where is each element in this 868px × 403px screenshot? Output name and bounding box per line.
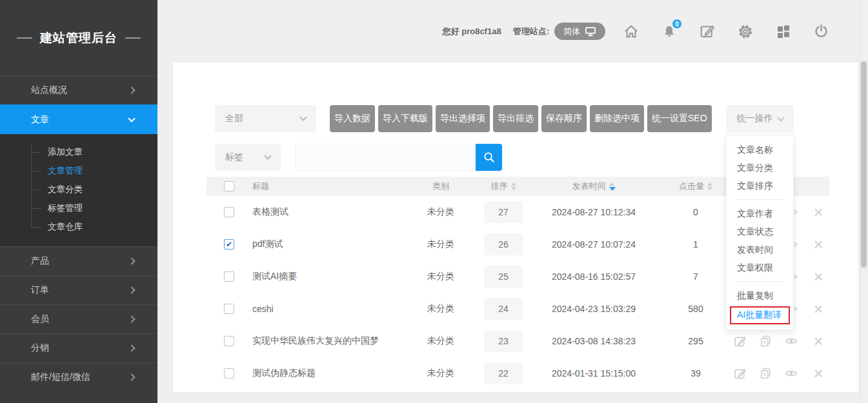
chevron-right-icon: [128, 86, 135, 93]
delete-icon[interactable]: ×: [809, 228, 827, 260]
sort-carets-icon: [707, 182, 712, 190]
view-icon[interactable]: [782, 357, 800, 389]
import-data-button[interactable]: 导入数据: [330, 105, 375, 132]
app-title-text: 建站管理后台: [40, 30, 117, 46]
submenu-item-article-warehouse[interactable]: 文章仓库: [0, 217, 157, 236]
row-publish-time: 2024-01-31 15:15:00: [542, 357, 645, 389]
search-button[interactable]: [476, 144, 502, 171]
menu-item-article-status[interactable]: 文章状态: [727, 222, 793, 241]
menu-item-publish-time[interactable]: 发表时间: [727, 241, 793, 259]
row-title: 表格测试: [252, 196, 414, 228]
export-filtered-button[interactable]: 导出筛选: [493, 105, 538, 132]
row-publish-time: 2024-08-27 10:07:24: [542, 228, 645, 260]
sidebar-item-label: 邮件/短信/微信: [31, 371, 90, 383]
apps-grid-icon[interactable]: [774, 23, 792, 40]
home-icon[interactable]: [622, 23, 640, 40]
row-checkbox[interactable]: [224, 207, 234, 217]
row-sort-value[interactable]: 25: [484, 266, 523, 288]
row-category: 未分类: [419, 196, 462, 228]
submenu-item-add-article[interactable]: 添加文章: [0, 143, 157, 161]
row-sort-value[interactable]: 27: [484, 201, 523, 223]
row-title: 测试AI摘要: [252, 260, 414, 293]
row-sort-value[interactable]: 26: [484, 233, 523, 255]
sidebar-item-mail-sms-wechat[interactable]: 邮件/短信/微信: [0, 362, 157, 391]
app-title: 建站管理后台: [0, 0, 157, 75]
header-publish-time[interactable]: 发表时间: [542, 177, 645, 196]
menu-item-ai-batch-translate[interactable]: AI批量翻译: [730, 306, 790, 324]
gear-icon[interactable]: [736, 23, 754, 40]
sidebar-item-orders[interactable]: 订单: [0, 275, 157, 304]
row-clicks: 7: [668, 260, 723, 293]
bell-icon[interactable]: 0: [660, 23, 678, 40]
menu-item-batch-copy[interactable]: 批量复制: [727, 286, 793, 304]
export-selected-button[interactable]: 导出选择项: [436, 105, 490, 132]
sidebar-item-products[interactable]: 产品: [0, 246, 157, 275]
scrollbar-track[interactable]: [860, 0, 868, 403]
language-switch[interactable]: 简体: [554, 23, 605, 40]
menu-item-article-sort[interactable]: 文章排序: [727, 177, 793, 195]
row-checkbox[interactable]: [224, 304, 234, 314]
sidebar-item-members[interactable]: 会员: [0, 304, 157, 333]
row-sort-value[interactable]: 24: [484, 298, 523, 320]
title-dash-left: [17, 37, 32, 39]
row-category: 未分类: [419, 357, 462, 389]
row-clicks: 1: [668, 228, 723, 260]
category-filter-select[interactable]: 全部: [215, 105, 316, 132]
menu-item-article-name[interactable]: 文章名称: [727, 141, 793, 159]
delete-icon[interactable]: ×: [809, 293, 827, 325]
header-sort-label: 排序: [491, 181, 508, 192]
row-category: 未分类: [419, 293, 462, 325]
submenu-item-article-manage[interactable]: 文章管理: [0, 161, 157, 180]
submenu-item-tag-manage[interactable]: 标签管理: [0, 199, 157, 217]
sidebar-item-distribution[interactable]: 分销: [0, 333, 157, 362]
header-clicks[interactable]: 点击量: [668, 177, 723, 196]
row-checkbox[interactable]: [224, 368, 234, 378]
search-input[interactable]: [295, 144, 476, 171]
delete-icon[interactable]: ×: [809, 260, 827, 293]
manage-site-label: 管理站点:: [513, 26, 549, 37]
scrollbar-thumb[interactable]: [861, 61, 867, 268]
row-checkbox[interactable]: [224, 239, 234, 250]
unified-action-dropdown-button[interactable]: 统一操作: [726, 105, 794, 132]
menu-item-article-author[interactable]: 文章作者: [727, 204, 793, 222]
row-title: pdf测试: [252, 228, 414, 260]
row-category: 未分类: [419, 228, 462, 260]
header-category: 类别: [419, 177, 462, 196]
row-checkbox[interactable]: [224, 336, 234, 346]
chevron-down-icon: [264, 152, 271, 159]
save-order-button[interactable]: 保存顺序: [541, 105, 587, 132]
import-download-button[interactable]: 导入下载版: [378, 105, 432, 132]
delete-icon[interactable]: ×: [809, 325, 827, 357]
language-label: 简体: [563, 26, 580, 37]
sidebar-item-label: 分销: [31, 342, 49, 354]
row-clicks: 580: [668, 293, 723, 325]
select-all-checkbox[interactable]: [224, 181, 234, 192]
edit-icon[interactable]: [731, 357, 749, 389]
category-filter-value: 全部: [225, 113, 243, 124]
sidebar-item-articles[interactable]: 文章: [0, 104, 157, 134]
delete-selected-button[interactable]: 删除选中项: [590, 105, 644, 132]
menu-item-article-permission[interactable]: 文章权限: [727, 259, 793, 277]
tag-filter-select[interactable]: 标签: [215, 144, 281, 171]
header-sort[interactable]: 排序: [471, 177, 536, 196]
delete-icon[interactable]: ×: [809, 196, 827, 228]
menu-item-article-category[interactable]: 文章分类: [727, 159, 793, 177]
chevron-right-icon: [128, 344, 135, 351]
seo-settings-button[interactable]: 统一设置SEO: [647, 105, 712, 132]
delete-icon[interactable]: ×: [809, 357, 827, 389]
power-icon[interactable]: [812, 23, 830, 40]
sort-carets-icon: [511, 182, 516, 190]
row-sort-value[interactable]: 22: [484, 362, 523, 384]
row-category: 未分类: [419, 325, 462, 357]
greeting-text: 您好 pro8cf1a8: [443, 26, 501, 37]
chevron-down-icon: [128, 115, 135, 122]
sidebar-item-site-overview[interactable]: 站点概况: [0, 75, 157, 104]
row-checkbox[interactable]: [224, 271, 234, 282]
compose-icon[interactable]: [698, 23, 716, 40]
submenu-item-article-category[interactable]: 文章分类: [0, 180, 157, 199]
copy-icon[interactable]: [756, 357, 774, 389]
header-publish-time-label: 发表时间: [572, 181, 606, 192]
row-title: ceshi: [252, 293, 414, 325]
row-sort-value[interactable]: 23: [484, 330, 523, 352]
toolbar-buttons: 导入数据 导入下载版 导出选择项 导出筛选 保存顺序 删除选中项 统一设置SEO: [330, 105, 712, 132]
